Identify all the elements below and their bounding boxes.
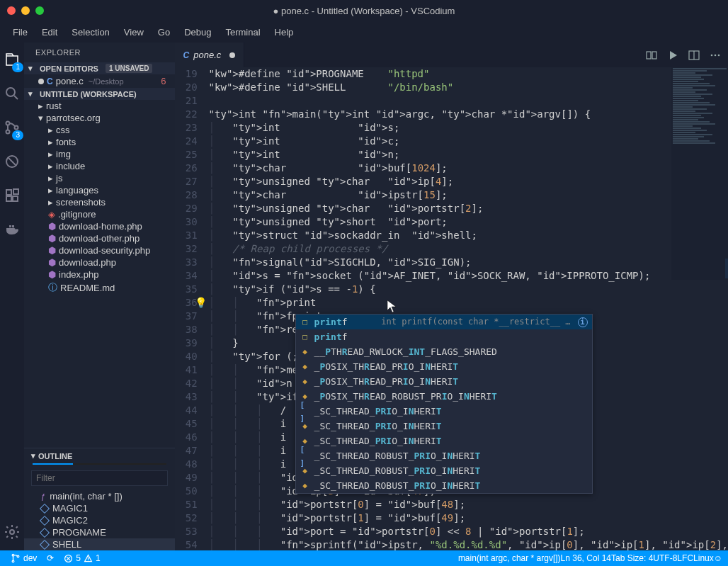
- folder-include[interactable]: ▸include: [24, 160, 175, 172]
- mouse-cursor-icon: [387, 300, 398, 314]
- git-icon: ◈: [48, 209, 55, 220]
- suggest-item[interactable]: [ ]_SC_THREAD_PRIO_INHERIT: [296, 404, 592, 419]
- outline-item-main[interactable]: ƒmain(int, char * []): [24, 490, 175, 502]
- folder-languages[interactable]: ▸languages: [24, 184, 175, 196]
- outline-item-magic1[interactable]: MAGIC1: [24, 502, 175, 514]
- suggest-item[interactable]: ◆_SC_THREAD_ROBUST_PRIO_INHERIT: [296, 463, 592, 478]
- suggest-item[interactable]: □printfint printf(const char *__restrict…: [296, 315, 592, 329]
- suggest-item[interactable]: ◆_POSIX_THREAD_ROBUST_PRIO_INHERIT: [296, 389, 592, 404]
- php-icon: ⬢: [48, 269, 56, 280]
- editor-actions: [646, 43, 728, 67]
- sync-icon[interactable]: ⟳: [42, 553, 59, 563]
- compare-icon[interactable]: [646, 50, 657, 61]
- eol[interactable]: LF: [677, 553, 687, 563]
- explorer-icon[interactable]: 1: [2, 50, 22, 69]
- suggest-snip-icon: □: [300, 317, 310, 327]
- menu-go[interactable]: Go: [151, 24, 177, 40]
- sidebar: EXPLORER ▾ OPEN EDITORS 1 UNSAVED C pone…: [24, 43, 175, 550]
- tab-size[interactable]: Tab Size: 4: [611, 553, 653, 563]
- function-icon: ƒ: [41, 492, 45, 501]
- menu-file[interactable]: File: [6, 24, 35, 40]
- menu-terminal[interactable]: Terminal: [218, 24, 267, 40]
- debug-icon[interactable]: [2, 152, 22, 171]
- php-icon: ⬢: [48, 233, 56, 244]
- search-icon[interactable]: [2, 84, 22, 103]
- menu-edit[interactable]: Edit: [35, 24, 64, 40]
- svg-point-14: [715, 54, 717, 56]
- extensions-icon[interactable]: [2, 186, 22, 205]
- folder-rust[interactable]: ▸rust: [24, 100, 175, 112]
- c-file-icon: C: [47, 77, 53, 86]
- c-file-icon: C: [183, 50, 190, 60]
- tabbar: C pone.c: [175, 43, 728, 67]
- variable-icon: [40, 527, 50, 537]
- outline-header[interactable]: ▾ OUTLINE: [24, 448, 175, 463]
- suggest-widget[interactable]: □printfint printf(const char *__restrict…: [295, 314, 593, 494]
- branch-indicator[interactable]: dev: [6, 553, 42, 563]
- outline-filter-input[interactable]: [31, 470, 168, 486]
- open-editors-header[interactable]: ▾ OPEN EDITORS 1 UNSAVED: [24, 62, 175, 74]
- problems-indicator[interactable]: 5 1: [59, 553, 105, 563]
- suggest-item[interactable]: ◆_SC_THREAD_PRIO_INHERIT: [296, 419, 592, 434]
- svg-rect-8: [13, 189, 18, 194]
- split-editor-icon[interactable]: [688, 50, 700, 61]
- more-icon[interactable]: [710, 50, 721, 61]
- scm-icon[interactable]: 3: [2, 118, 22, 137]
- svg-rect-7: [13, 196, 18, 201]
- folder-css[interactable]: ▸css: [24, 124, 175, 136]
- menu-help[interactable]: Help: [268, 24, 301, 40]
- folder-parrotsec[interactable]: ▾parrotsec.org: [24, 112, 175, 124]
- run-icon[interactable]: [667, 50, 678, 61]
- variable-icon: [40, 539, 50, 549]
- language-mode[interactable]: C: [687, 553, 693, 563]
- file-download-home[interactable]: ⬢download-home.php: [24, 220, 175, 232]
- outline-item-shell[interactable]: SHELL: [24, 538, 175, 550]
- menu-selection[interactable]: Selection: [64, 24, 116, 40]
- suggest-item[interactable]: ◆_SC_THREAD_ROBUST_PRIO_INHERIT: [296, 478, 592, 493]
- file-download-security[interactable]: ⬢download-security.php: [24, 244, 175, 256]
- info-icon[interactable]: i: [578, 317, 588, 327]
- info-icon: ⓘ: [48, 281, 57, 294]
- folder-img[interactable]: ▸img: [24, 148, 175, 160]
- suggest-item[interactable]: ◆_POSIX_THREAD_PRIO_INHERIT: [296, 359, 592, 374]
- file-download-other[interactable]: ⬢download-other.php: [24, 232, 175, 244]
- suggest-item[interactable]: □printf: [296, 329, 592, 344]
- context-label[interactable]: main(int argc, char * argv[]): [458, 553, 561, 563]
- svg-point-9: [10, 530, 14, 534]
- svg-rect-5: [6, 190, 11, 195]
- open-editor-item[interactable]: C pone.c ~/Desktop 6: [24, 74, 175, 88]
- outline-item-progname[interactable]: PROGNAME: [24, 526, 175, 538]
- docker-icon[interactable]: [2, 220, 22, 239]
- workspace-header[interactable]: ▾ UNTITLED (WORKSPACE): [24, 88, 175, 100]
- dirty-indicator: [229, 52, 235, 58]
- file-gitignore[interactable]: ◈.gitignore: [24, 208, 175, 220]
- settings-gear-icon[interactable]: [2, 522, 22, 542]
- svg-rect-6: [6, 196, 11, 201]
- cursor-position[interactable]: Ln 36, Col 14: [561, 553, 611, 563]
- suggest-item[interactable]: ◆__PTHREAD_RWLOCK_INT_FLAGS_SHARED: [296, 344, 592, 359]
- suggest-item[interactable]: [ ]_SC_THREAD_ROBUST_PRIO_INHERIT: [296, 448, 592, 463]
- sidebar-title: EXPLORER: [24, 43, 175, 62]
- editor-group: C pone.c 1920212223242526272829303132333…: [175, 43, 728, 550]
- menu-view[interactable]: View: [117, 24, 151, 40]
- file-download[interactable]: ⬢download.php: [24, 256, 175, 268]
- file-readme[interactable]: ⓘREADME.md: [24, 281, 175, 295]
- encoding[interactable]: UTF-8: [653, 553, 677, 563]
- file-index[interactable]: ⬢index.php: [24, 268, 175, 281]
- code-editor[interactable]: 1920212223242526272829303132333435363738…: [175, 67, 728, 550]
- outline-item-magic2[interactable]: MAGIC2: [24, 514, 175, 526]
- minimap[interactable]: [671, 67, 728, 280]
- error-count: 6: [161, 76, 166, 86]
- folder-fonts[interactable]: ▸fonts: [24, 136, 175, 148]
- feedback-icon[interactable]: ☺: [714, 553, 722, 563]
- suggest-item[interactable]: ◆_SC_THREAD_PRIO_INHERIT: [296, 434, 592, 448]
- folder-js[interactable]: ▸js: [24, 172, 175, 184]
- unsaved-badge: 1 UNSAVED: [106, 64, 153, 73]
- suggest-item[interactable]: ◆_POSIX_THREAD_PRIO_INHERIT: [296, 374, 592, 389]
- file-tree[interactable]: ▸rust ▾parrotsec.org ▸css ▸fonts ▸img ▸i…: [24, 100, 175, 448]
- tab-pone-c[interactable]: C pone.c: [175, 43, 245, 67]
- os-indicator[interactable]: Linux: [693, 553, 714, 563]
- menu-debug[interactable]: Debug: [177, 24, 218, 40]
- scm-badge: 3: [12, 130, 23, 140]
- folder-screenshots[interactable]: ▸screenshots: [24, 196, 175, 208]
